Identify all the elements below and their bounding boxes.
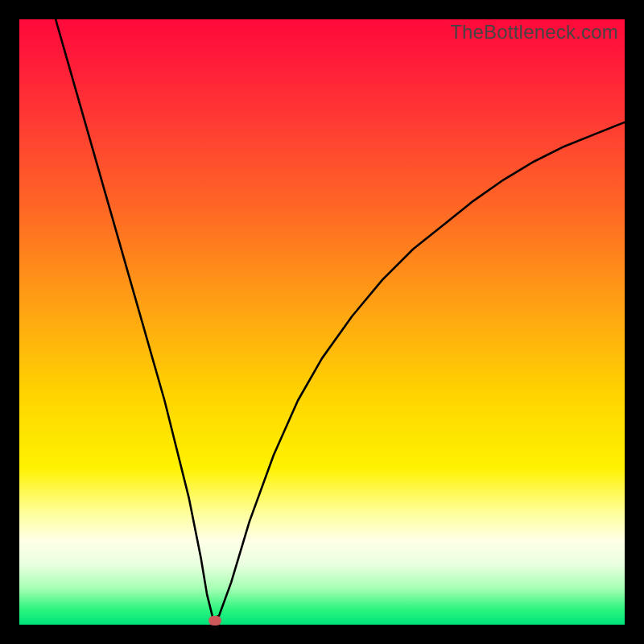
chart-frame: TheBottleneck.com bbox=[0, 0, 644, 644]
curve-svg bbox=[19, 19, 625, 625]
bottleneck-curve bbox=[56, 19, 625, 618]
optimal-point-marker bbox=[208, 616, 221, 625]
plot-area: TheBottleneck.com bbox=[19, 19, 625, 625]
